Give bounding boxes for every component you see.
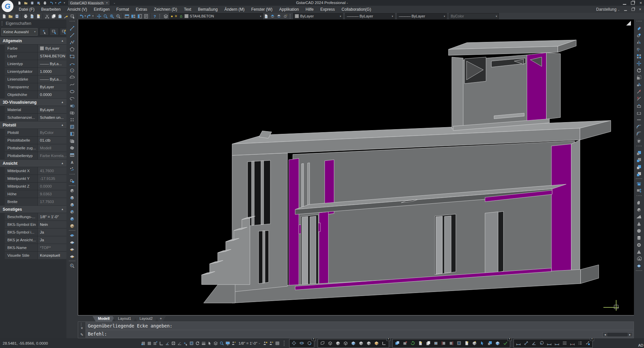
taper-faces-icon[interactable] xyxy=(455,340,463,347)
scale-text-icon[interactable] xyxy=(635,187,643,194)
make-block-icon[interactable] xyxy=(68,109,76,116)
fillet-icon[interactable] xyxy=(635,130,643,137)
collapse-icon[interactable]: ▲ xyxy=(61,39,64,42)
graphics-performance-toggle[interactable] xyxy=(225,340,231,347)
upper-window-bar-2[interactable] xyxy=(261,161,264,225)
section-header-3d-visualisierung[interactable]: 3D-Visualisierung▲ xyxy=(0,98,66,106)
workspace-switch-icon[interactable] xyxy=(274,340,280,347)
section-header-ansicht[interactable]: Ansicht▲ xyxy=(0,159,66,167)
sphere-icon[interactable] xyxy=(635,227,643,234)
trim-icon[interactable] xyxy=(635,88,643,95)
hatch-icon[interactable] xyxy=(68,123,76,130)
menu-item-13[interactable]: Express xyxy=(317,7,338,12)
ellipse-icon[interactable] xyxy=(68,88,76,95)
palette-grip[interactable] xyxy=(2,21,4,26)
arc-icon[interactable] xyxy=(68,60,76,67)
menu-item-7[interactable]: Text xyxy=(180,7,195,12)
annotation-scale-dropdown[interactable]: 1/8" = 1'-0" ⌄ xyxy=(237,341,262,345)
property-value[interactable]: ByLayer xyxy=(38,83,66,91)
layout-tab-add[interactable]: + xyxy=(156,316,166,321)
property-value[interactable]: ByLayer xyxy=(38,45,66,52)
layer-on-icon[interactable]: ● xyxy=(171,14,173,18)
pan-icon[interactable] xyxy=(96,13,102,19)
close-icon[interactable]: × xyxy=(386,338,390,341)
door-panel-b[interactable] xyxy=(310,216,316,287)
planar-surface-icon[interactable] xyxy=(635,262,643,269)
stretch-icon[interactable] xyxy=(635,81,643,88)
annotation-visibility-icon[interactable] xyxy=(262,340,268,347)
upper-window-bar-1[interactable] xyxy=(252,161,254,225)
point-icon[interactable] xyxy=(68,116,76,123)
paste-icon[interactable] xyxy=(57,13,63,19)
property-value[interactable]: 1/8" = 1'-0" xyxy=(38,213,66,220)
app-logo-icon[interactable]: G xyxy=(2,0,13,12)
selection-cycling-toggle[interactable] xyxy=(207,340,213,347)
helix-icon[interactable] xyxy=(635,255,643,262)
collapse-icon[interactable]: ▲ xyxy=(61,101,64,104)
free-orbit-icon[interactable] xyxy=(298,340,306,347)
close-icon[interactable]: × xyxy=(639,0,642,5)
undo-icon[interactable] xyxy=(49,0,54,5)
box-icon[interactable] xyxy=(635,206,643,213)
cone-icon[interactable] xyxy=(635,220,643,227)
region-icon[interactable] xyxy=(68,137,76,144)
toolbar-grip[interactable] xyxy=(637,21,642,23)
selection-dropdown[interactable]: Keine Auswahl ▾ xyxy=(1,28,38,36)
color-faces-icon[interactable] xyxy=(471,340,478,347)
extrude-faces-icon[interactable] xyxy=(417,340,424,347)
document-restore-icon[interactable] xyxy=(632,8,635,11)
baseline-dimension-icon[interactable] xyxy=(545,340,553,347)
perspective-view-icon[interactable] xyxy=(68,215,76,222)
property-value[interactable]: ———ByLa... xyxy=(38,60,66,67)
property-value[interactable]: STAHLBETON xyxy=(38,52,66,60)
property-value[interactable]: 1.0000 xyxy=(38,68,66,75)
aligned-dimension-icon[interactable] xyxy=(522,340,530,347)
iso-view-se-icon[interactable] xyxy=(68,194,76,201)
select-objects-icon[interactable] xyxy=(50,28,59,36)
mtext-icon[interactable]: A xyxy=(68,158,76,165)
redo-icon[interactable] xyxy=(57,0,63,5)
purple-wall-right-tall[interactable] xyxy=(551,144,571,277)
property-value[interactable]: *TOP* xyxy=(38,244,66,251)
property-value[interactable]: 17.7503 xyxy=(38,198,66,205)
open-icon[interactable] xyxy=(23,0,29,5)
chamfer-icon[interactable] xyxy=(635,123,643,130)
right-end-wall[interactable] xyxy=(571,140,580,275)
draw-order-back-icon[interactable] xyxy=(635,156,643,163)
redo-icon[interactable] xyxy=(86,13,92,19)
zoom-previous-icon[interactable] xyxy=(68,262,76,269)
help-icon[interactable]: ? xyxy=(152,13,158,19)
collapse-icon[interactable]: ▲ xyxy=(61,162,64,165)
move-icon[interactable] xyxy=(635,60,643,67)
line-icon[interactable] xyxy=(68,24,76,32)
center-wall-panel-a[interactable] xyxy=(436,216,442,274)
move-faces-icon[interactable] xyxy=(424,340,432,347)
menu-item-8[interactable]: Bemaßung xyxy=(195,7,221,12)
section-header-plotstil[interactable]: Plotstil▲ xyxy=(0,121,66,129)
save-as-icon[interactable] xyxy=(36,0,41,5)
publish-icon[interactable] xyxy=(35,13,42,19)
shaded-edges-style-icon[interactable] xyxy=(365,340,373,347)
annotation-monitor-toggle[interactable] xyxy=(219,340,225,347)
undo-icon[interactable] xyxy=(78,13,85,19)
collapse-icon[interactable]: ▲ xyxy=(61,123,64,127)
right-view-icon[interactable] xyxy=(68,253,76,260)
ortho-mode-toggle[interactable] xyxy=(158,340,164,347)
named-views-icon[interactable] xyxy=(68,178,76,185)
extend-icon[interactable] xyxy=(635,95,643,102)
subtract-icon[interactable] xyxy=(401,340,409,347)
join-icon[interactable] xyxy=(635,116,643,123)
print-icon[interactable] xyxy=(42,0,48,5)
continuous-orbit-icon[interactable] xyxy=(306,340,313,347)
document-close-icon[interactable]: × xyxy=(639,7,641,12)
table-icon[interactable] xyxy=(68,151,76,158)
delete-faces-icon[interactable] xyxy=(440,340,447,347)
snap-mode-toggle[interactable] xyxy=(152,340,158,347)
customize-quick-access-icon[interactable]: ⌄ xyxy=(113,2,116,4)
dimension-break-icon[interactable] xyxy=(569,340,576,347)
bottom-view-icon[interactable] xyxy=(68,239,76,246)
roof-room-right-outer[interactable] xyxy=(546,53,560,119)
polysolid-icon[interactable] xyxy=(635,199,643,206)
property-value[interactable]: Ja xyxy=(38,236,66,244)
torus-icon[interactable] xyxy=(635,241,643,248)
